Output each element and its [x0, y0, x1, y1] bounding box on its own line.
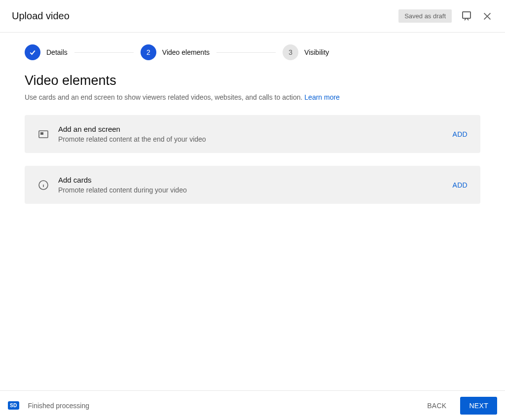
- processing-status: Finished processing: [28, 402, 421, 410]
- card-title: Add an end screen: [58, 125, 453, 133]
- back-button[interactable]: BACK: [420, 397, 453, 415]
- cards-card: Add cards Promote related content during…: [25, 166, 480, 204]
- card-body: Add cards Promote related content during…: [58, 176, 453, 194]
- draft-status-badge: Saved as draft: [398, 9, 452, 23]
- svg-rect-4: [40, 132, 43, 135]
- step-number: 3: [283, 44, 298, 60]
- step-connector: [74, 52, 134, 53]
- step-check-icon: [25, 44, 40, 60]
- step-video-elements[interactable]: 2 Video elements: [141, 44, 210, 60]
- svg-rect-0: [463, 12, 470, 18]
- card-description: Promote related content during your vide…: [58, 186, 453, 194]
- dialog-header: Upload video Saved as draft: [0, 0, 505, 33]
- feedback-icon[interactable]: [461, 10, 472, 22]
- step-label: Visibility: [304, 48, 329, 56]
- step-connector: [216, 52, 276, 53]
- card-description: Promote related content at the end of yo…: [58, 135, 453, 143]
- step-number: 2: [141, 44, 156, 60]
- end-screen-card: Add an end screen Promote related conten…: [25, 115, 480, 153]
- learn-more-link[interactable]: Learn more: [304, 93, 340, 101]
- next-button[interactable]: NEXT: [460, 397, 497, 415]
- card-title: Add cards: [58, 176, 453, 184]
- header-actions: Saved as draft: [398, 9, 493, 23]
- stepper: Details 2 Video elements 3 Visibility: [25, 44, 480, 60]
- add-end-screen-button[interactable]: ADD: [453, 130, 468, 138]
- info-icon: [37, 179, 49, 191]
- close-icon[interactable]: [481, 10, 493, 22]
- step-visibility[interactable]: 3 Visibility: [283, 44, 329, 60]
- step-details[interactable]: Details: [25, 44, 68, 60]
- end-screen-icon: [37, 128, 49, 140]
- step-label: Video elements: [162, 48, 210, 56]
- sd-badge: SD: [8, 401, 19, 410]
- card-body: Add an end screen Promote related conten…: [58, 125, 453, 143]
- section-description: Use cards and an end screen to show view…: [25, 93, 480, 101]
- footer-actions: BACK NEXT: [420, 397, 497, 415]
- section-title: Video elements: [25, 73, 480, 88]
- section-desc-text: Use cards and an end screen to show view…: [25, 93, 304, 101]
- dialog-title: Upload video: [12, 10, 70, 22]
- dialog-content: Details 2 Video elements 3 Visibility Vi…: [0, 33, 505, 204]
- step-label: Details: [46, 48, 68, 56]
- dialog-footer: SD Finished processing BACK NEXT: [0, 390, 505, 420]
- add-cards-button[interactable]: ADD: [453, 181, 468, 189]
